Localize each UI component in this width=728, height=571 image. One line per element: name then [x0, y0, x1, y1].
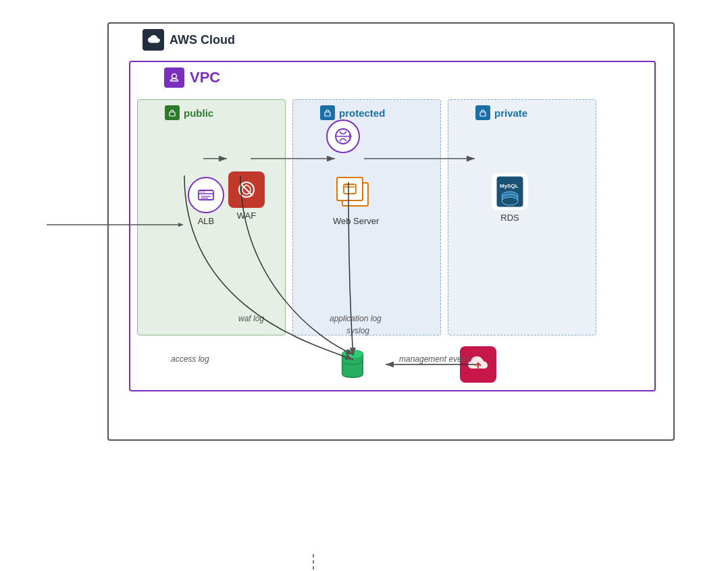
- rds-icon: MySQL: [492, 173, 528, 210]
- waf-label: WAF: [237, 211, 256, 222]
- svg-rect-1: [173, 78, 176, 79]
- rds-service: MySQL RDS: [492, 173, 528, 224]
- alb-icon: [188, 177, 224, 213]
- vpc-box: VPC public: [129, 61, 656, 391]
- s3-service: [335, 348, 370, 380]
- router-service: [326, 119, 360, 153]
- svg-rect-4: [480, 112, 486, 116]
- rds-label: RDS: [500, 213, 519, 224]
- maintainer-line: [312, 554, 315, 571]
- waf-service: WAF: [228, 171, 265, 222]
- aws-cloud-icon: [142, 29, 164, 51]
- cloudtrail-icon: [460, 346, 496, 383]
- vpc-icon: [164, 67, 184, 88]
- waf-icon: [228, 171, 265, 208]
- svg-point-23: [502, 197, 518, 205]
- aws-cloud-box: AWS Cloud VPC: [107, 22, 675, 441]
- alb-label: ALB: [198, 216, 215, 227]
- router-icon: [326, 119, 360, 153]
- svg-text:MySQL: MySQL: [500, 183, 519, 189]
- subnet-private-label: private: [475, 105, 527, 120]
- management-event-label: management event: [399, 354, 469, 364]
- access-log-label: access log: [171, 352, 209, 364]
- waf-log-label: waf log: [238, 312, 264, 324]
- svg-point-17: [345, 185, 346, 186]
- svg-rect-2: [170, 112, 175, 116]
- svg-point-7: [201, 192, 202, 193]
- svg-point-25: [342, 350, 363, 358]
- svg-point-18: [347, 185, 348, 186]
- subnet-public-icon: [165, 105, 180, 120]
- s3-icon: [335, 348, 370, 380]
- diagram-root: AWS Cloud VPC: [26, 16, 702, 555]
- subnet-public-label: public: [165, 105, 213, 120]
- app-log-label: application log: [330, 312, 382, 324]
- cloudtrail-service: [460, 346, 496, 383]
- syslog-label: syslog: [346, 324, 369, 336]
- aws-cloud-label: AWS Cloud: [142, 29, 235, 51]
- vpc-label: VPC: [164, 67, 220, 88]
- webserver-icon: [336, 177, 375, 213]
- alb-service: ALB: [188, 177, 224, 227]
- webserver-label: Web Server: [333, 216, 379, 227]
- subnet-protected-label: protected: [320, 105, 385, 120]
- subnet-private-icon: [475, 105, 490, 120]
- subnet-protected-icon: [320, 105, 335, 120]
- svg-point-8: [203, 192, 205, 193]
- webserver-service: Web Server: [333, 177, 379, 227]
- svg-rect-3: [325, 112, 330, 116]
